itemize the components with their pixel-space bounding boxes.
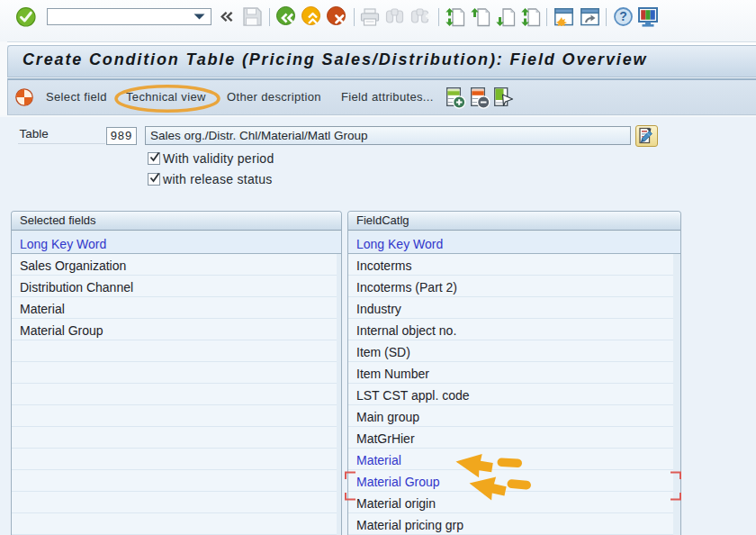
svg-text:?: ?: [619, 9, 627, 23]
